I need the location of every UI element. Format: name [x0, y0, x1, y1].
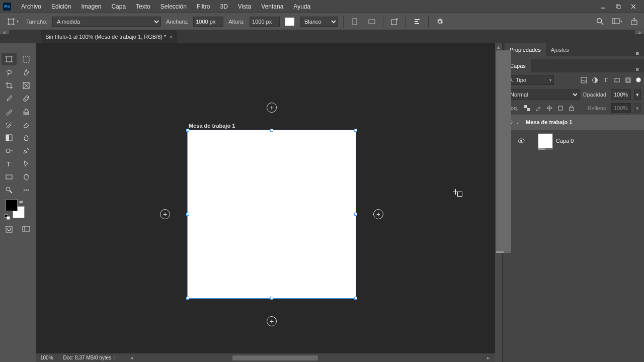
- healing-tool-icon[interactable]: [19, 93, 34, 105]
- resize-handle[interactable]: [354, 297, 357, 300]
- filter-smart-icon[interactable]: [623, 75, 633, 85]
- lasso-tool-icon[interactable]: [2, 66, 17, 78]
- panel-menu-icon[interactable]: ≡: [633, 50, 642, 56]
- resize-handle[interactable]: [186, 129, 189, 132]
- doc-info[interactable]: Doc: 8,37 MB/0 bytes〉: [63, 354, 119, 361]
- menu-type[interactable]: Texto: [131, 1, 155, 12]
- layer-filter-kind-select[interactable]: Tipo ▾: [506, 75, 554, 85]
- scroll-up-icon[interactable]: ▴: [495, 43, 502, 50]
- add-artboard-right-icon[interactable]: +: [373, 209, 383, 219]
- height-input[interactable]: [250, 17, 280, 27]
- add-artboard-left-icon[interactable]: +: [160, 209, 170, 219]
- stamp-tool-icon[interactable]: [19, 106, 34, 118]
- filter-toggle-icon[interactable]: [636, 77, 641, 82]
- filter-pixel-icon[interactable]: [579, 75, 589, 85]
- resize-handle[interactable]: [270, 297, 273, 300]
- tab-adjustments[interactable]: Ajustes: [546, 43, 574, 56]
- panel-menu-icon[interactable]: ≡: [633, 66, 642, 72]
- search-icon[interactable]: [594, 16, 606, 28]
- resize-handle[interactable]: [354, 213, 357, 216]
- brush-tool-icon[interactable]: [2, 106, 17, 118]
- screenmode-icon[interactable]: ▾: [611, 16, 623, 28]
- menu-help[interactable]: Ayuda: [288, 1, 315, 12]
- blend-mode-select[interactable]: Normal: [506, 89, 580, 100]
- gear-icon[interactable]: [434, 16, 446, 28]
- window-close-button[interactable]: [626, 1, 641, 12]
- horizontal-scrollbar[interactable]: ◂ ▸: [128, 355, 491, 361]
- hand-tool-icon[interactable]: [19, 171, 34, 183]
- filter-type-icon[interactable]: T: [601, 75, 611, 85]
- layer-thumbnail[interactable]: [538, 133, 553, 148]
- collapse-left-icon[interactable]: «: [0, 30, 9, 34]
- layer-name[interactable]: Mesa de trabajo 1: [526, 119, 572, 125]
- menu-3d[interactable]: 3D: [215, 1, 232, 12]
- align-icon[interactable]: [411, 16, 423, 28]
- lock-pixels-icon[interactable]: [534, 104, 543, 113]
- zoom-tool-icon[interactable]: [2, 184, 17, 196]
- add-artboard-bottom-icon[interactable]: +: [267, 316, 277, 326]
- add-artboard-icon[interactable]: [388, 16, 400, 28]
- menu-layer[interactable]: Capa: [106, 1, 131, 12]
- vertical-scrollbar[interactable]: ▴ ▾: [495, 43, 502, 362]
- opacity-input[interactable]: [611, 89, 631, 100]
- lock-artboard-icon[interactable]: [556, 104, 565, 113]
- blur-tool-icon[interactable]: [19, 132, 34, 144]
- layer-name[interactable]: Capa 0: [556, 138, 574, 144]
- document-tab[interactable]: Sin título-1 al 100% (Mesa de trabajo 1,…: [41, 30, 177, 43]
- eyedropper-tool-icon[interactable]: [2, 93, 17, 105]
- scroll-thumb[interactable]: [232, 355, 318, 360]
- menu-window[interactable]: Ventana: [256, 1, 288, 12]
- orientation-portrait-icon[interactable]: [349, 16, 361, 28]
- layer-row-artboard[interactable]: ⌄ Mesa de trabajo 1: [503, 115, 644, 130]
- pen-tool-icon[interactable]: [19, 145, 34, 157]
- edit-toolbar-icon[interactable]: [19, 184, 34, 196]
- scroll-left-icon[interactable]: ◂: [128, 355, 134, 360]
- resize-handle[interactable]: [270, 129, 273, 132]
- current-tool-artboard-icon[interactable]: ▾: [4, 14, 21, 29]
- gradient-tool-icon[interactable]: [2, 132, 17, 144]
- menu-select[interactable]: Selección: [155, 1, 192, 12]
- scroll-right-icon[interactable]: ▸: [485, 355, 491, 360]
- artboard-bg-select[interactable]: Blanco: [300, 17, 338, 27]
- swap-colors-icon[interactable]: ⇄: [19, 199, 23, 204]
- dodge-tool-icon[interactable]: [2, 145, 17, 157]
- add-artboard-top-icon[interactable]: +: [267, 103, 277, 113]
- menu-edit[interactable]: Edición: [46, 1, 76, 12]
- window-minimize-button[interactable]: [596, 1, 611, 12]
- filter-shape-icon[interactable]: [612, 75, 622, 85]
- window-maximize-button[interactable]: [611, 1, 626, 12]
- artboard[interactable]: [187, 130, 356, 299]
- lock-transparent-icon[interactable]: [523, 104, 532, 113]
- menu-image[interactable]: Imagen: [76, 1, 106, 12]
- filter-adjust-icon[interactable]: [590, 75, 600, 85]
- resize-handle[interactable]: [186, 297, 189, 300]
- lock-position-icon[interactable]: [545, 104, 554, 113]
- collapse-right-icon[interactable]: »: [635, 30, 644, 34]
- orientation-landscape-icon[interactable]: [366, 16, 378, 28]
- lock-all-icon[interactable]: [567, 104, 576, 113]
- resize-handle[interactable]: [186, 213, 189, 216]
- menu-filter[interactable]: Filtro: [192, 1, 215, 12]
- crop-tool-icon[interactable]: [2, 79, 17, 92]
- color-swatches[interactable]: ⇄: [2, 198, 34, 222]
- quickmask-icon[interactable]: [2, 223, 17, 235]
- canvas-area[interactable]: Mesa de trabajo 1 + + + +: [36, 43, 495, 362]
- move-tool-icon[interactable]: [2, 53, 17, 65]
- path-select-tool-icon[interactable]: [19, 158, 34, 170]
- history-brush-tool-icon[interactable]: [2, 119, 17, 131]
- foreground-color[interactable]: [6, 199, 18, 211]
- menu-file[interactable]: Archivo: [16, 1, 46, 12]
- marquee-tool-icon[interactable]: [19, 53, 34, 65]
- resize-handle[interactable]: [354, 129, 357, 132]
- share-icon[interactable]: [628, 16, 640, 28]
- width-input[interactable]: [193, 17, 223, 27]
- artboard-bg-swatch[interactable]: [285, 17, 295, 26]
- visibility-toggle-icon[interactable]: [518, 138, 525, 143]
- artboard-label[interactable]: Mesa de trabajo 1: [189, 123, 235, 129]
- size-preset-select[interactable]: A medida: [52, 17, 161, 27]
- opacity-dropdown-icon[interactable]: ▾: [634, 89, 641, 100]
- eraser-tool-icon[interactable]: [19, 119, 34, 131]
- type-tool-icon[interactable]: T: [2, 158, 17, 170]
- frame-tool-icon[interactable]: [19, 79, 34, 92]
- close-tab-icon[interactable]: ×: [169, 33, 173, 41]
